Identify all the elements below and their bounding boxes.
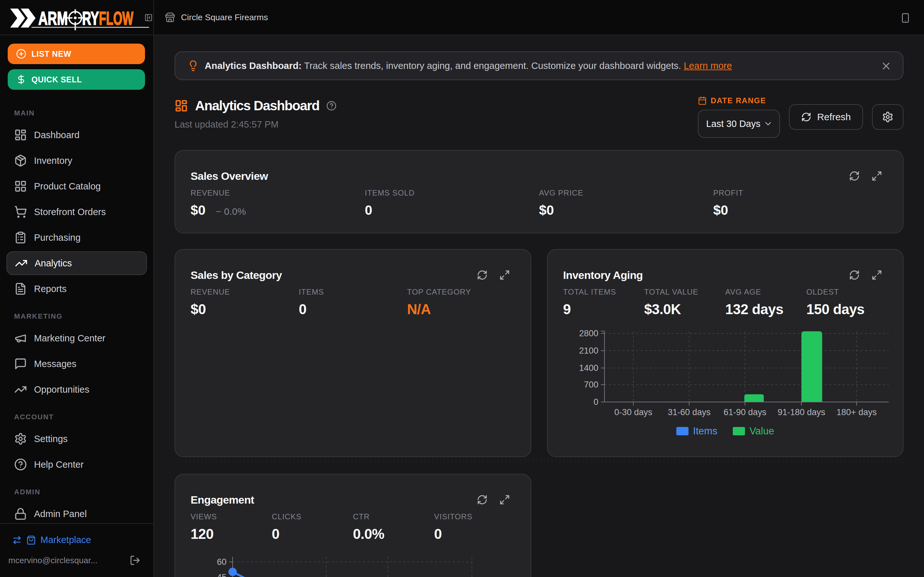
svg-text:0: 0 — [594, 397, 598, 407]
svg-text:61-90 days: 61-90 days — [724, 408, 766, 417]
svg-text:31-60 days: 31-60 days — [668, 408, 711, 417]
svg-text:FLOW: FLOW — [99, 8, 134, 29]
svg-text:700: 700 — [584, 380, 598, 390]
svg-text:45: 45 — [217, 572, 226, 577]
svg-text:180+ days: 180+ days — [837, 408, 877, 417]
svg-text:ARM: ARM — [39, 8, 68, 29]
svg-text:60: 60 — [217, 557, 226, 567]
svg-text:RY: RY — [82, 8, 99, 29]
svg-text:2100: 2100 — [579, 346, 598, 356]
svg-text:0-30 days: 0-30 days — [614, 408, 653, 417]
svg-text:91-180 days: 91-180 days — [778, 408, 825, 417]
svg-text:1400: 1400 — [579, 363, 598, 373]
svg-text:2800: 2800 — [579, 329, 598, 338]
